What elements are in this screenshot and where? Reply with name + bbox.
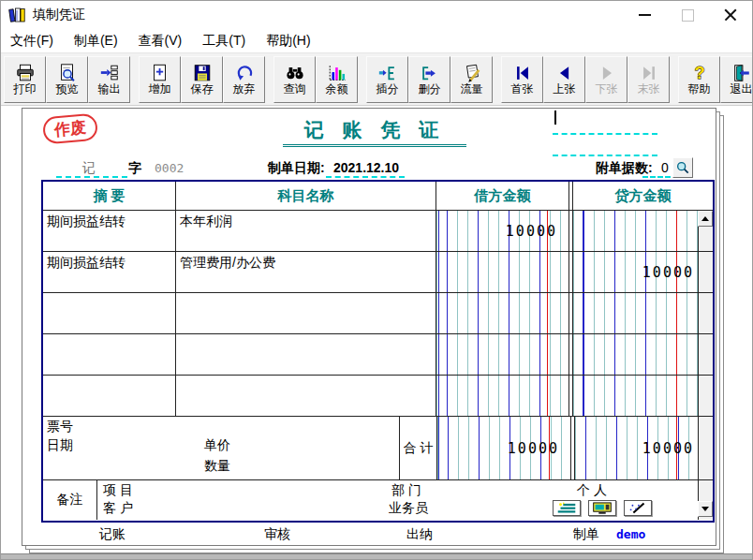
date-value[interactable]: 2021.12.10 bbox=[333, 160, 399, 175]
toolbar: 打印 预览 输出 增加 保存 放弃 bbox=[1, 53, 752, 106]
voucher-word-prefix[interactable]: 记 bbox=[82, 160, 96, 177]
debit-cell[interactable]: 10000 bbox=[436, 211, 568, 251]
add-button[interactable]: 增加 bbox=[139, 56, 181, 103]
maximize-button[interactable] bbox=[666, 1, 709, 29]
help-button[interactable]: ? 帮助 bbox=[678, 56, 720, 103]
exit-button[interactable]: 退出 bbox=[720, 56, 753, 103]
credit-cell[interactable] bbox=[573, 211, 698, 251]
query-button[interactable]: 查询 bbox=[273, 56, 316, 103]
voucher-number[interactable]: 0002 bbox=[155, 161, 184, 175]
debit-cell[interactable] bbox=[436, 252, 568, 292]
work-area: 作废 记 账 凭 证 记 字 0002 制单日期: 2021.12.10 附单据… bbox=[1, 106, 752, 560]
input-line-2[interactable] bbox=[553, 155, 657, 156]
account-cell[interactable] bbox=[175, 293, 436, 333]
last-page-icon bbox=[639, 63, 659, 83]
voucher-word-suffix: 字 bbox=[128, 160, 141, 177]
table-header-row: 摘 要 科目名称 借方金额 贷方金额 bbox=[43, 182, 713, 211]
next-page-icon bbox=[597, 63, 617, 83]
monitor-icon bbox=[591, 502, 613, 514]
scrollbar-track[interactable] bbox=[698, 252, 713, 292]
menu-make-voucher[interactable]: 制单(E) bbox=[74, 33, 118, 50]
debit-cell[interactable] bbox=[436, 334, 568, 375]
help-label: 帮助 bbox=[688, 83, 711, 96]
salesman-label[interactable]: 业务员 bbox=[389, 500, 428, 517]
date-line[interactable] bbox=[326, 176, 405, 178]
insert-entry-button[interactable]: 插分 bbox=[366, 56, 408, 103]
cashier-signature-label: 出纳 bbox=[406, 526, 433, 543]
account-cell[interactable] bbox=[175, 334, 436, 375]
scrollbar-track[interactable] bbox=[698, 334, 713, 375]
preview-label: 预览 bbox=[56, 83, 79, 96]
input-line-1[interactable] bbox=[553, 133, 657, 135]
total-credit-cell: 10000 bbox=[575, 417, 698, 479]
magnifier-icon bbox=[675, 160, 690, 175]
scrollbar-track[interactable] bbox=[698, 417, 713, 479]
magic-wand-icon bbox=[627, 502, 649, 514]
close-button[interactable] bbox=[709, 1, 752, 29]
save-icon bbox=[192, 63, 213, 83]
save-button[interactable]: 保存 bbox=[181, 56, 223, 103]
summary-cell[interactable] bbox=[43, 376, 175, 416]
print-label: 打印 bbox=[14, 83, 37, 96]
account-cell[interactable] bbox=[175, 376, 436, 416]
attachments-label: 附单据数: bbox=[596, 160, 653, 177]
cashflow-button[interactable]: 流量 bbox=[450, 56, 493, 103]
maximize-icon bbox=[682, 9, 694, 22]
summary-cell[interactable] bbox=[43, 334, 175, 375]
menu-tools[interactable]: 工具(T) bbox=[202, 33, 245, 50]
account-cell[interactable]: 管理费用/办公费 bbox=[175, 252, 436, 292]
layers-star-icon bbox=[555, 502, 578, 514]
display-tool-button[interactable] bbox=[588, 500, 616, 516]
save-label: 保存 bbox=[191, 83, 214, 96]
scroll-down-button[interactable] bbox=[698, 501, 713, 517]
account-cell[interactable]: 本年利润 bbox=[175, 211, 436, 251]
delete-entry-button[interactable]: 删分 bbox=[408, 56, 450, 103]
project-tool-button[interactable] bbox=[553, 500, 581, 516]
print-button[interactable]: 打印 bbox=[4, 56, 46, 103]
debit-cell[interactable] bbox=[436, 376, 568, 416]
credit-cell[interactable]: 10000 bbox=[573, 252, 698, 292]
customer-label[interactable]: 客 户 bbox=[103, 500, 133, 517]
project-label[interactable]: 项 目 bbox=[103, 482, 133, 499]
summary-cell[interactable]: 期间损益结转 bbox=[43, 252, 175, 292]
menu-file[interactable]: 文件(F) bbox=[10, 33, 53, 50]
quantity-label: 数量 bbox=[204, 458, 230, 475]
person-label[interactable]: 个 人 bbox=[577, 482, 607, 499]
scrollbar-track[interactable] bbox=[698, 293, 713, 333]
remarks-row: 备注 项 目 客 户 部 门 业务员 个 人 bbox=[43, 480, 713, 520]
preview-icon bbox=[57, 63, 78, 83]
credit-cell[interactable] bbox=[573, 293, 698, 333]
abandon-label: 放弃 bbox=[233, 83, 256, 96]
attachments-count[interactable]: 0 bbox=[661, 160, 669, 175]
balance-chart-icon bbox=[327, 63, 347, 83]
scrollbar-track[interactable] bbox=[698, 376, 713, 416]
voucher-title: 记 账 凭 证 bbox=[283, 117, 466, 147]
header-summary: 摘 要 bbox=[43, 182, 175, 210]
balance-button[interactable]: 余额 bbox=[316, 56, 358, 103]
preview-button[interactable]: 预览 bbox=[46, 56, 88, 103]
voucher-page: 作废 记 账 凭 证 记 字 0002 制单日期: 2021.12.10 附单据… bbox=[22, 108, 716, 546]
attachments-line[interactable] bbox=[642, 176, 671, 178]
bill-info-cell[interactable]: 票号 日期 单价 数量 bbox=[43, 417, 399, 479]
scroll-up-button[interactable] bbox=[698, 211, 713, 227]
credit-cell[interactable] bbox=[573, 376, 698, 416]
menu-view[interactable]: 查看(V) bbox=[139, 33, 183, 50]
prev-page-button[interactable]: 上张 bbox=[543, 56, 585, 103]
title-bar: 填制凭证 bbox=[1, 1, 752, 29]
table-row: 期间损益结转 管理费用/办公费 10000 bbox=[43, 252, 713, 293]
export-button[interactable]: 输出 bbox=[88, 56, 130, 103]
menu-help[interactable]: 帮助(H) bbox=[266, 33, 310, 50]
summary-cell[interactable]: 期间损益结转 bbox=[43, 211, 175, 251]
credit-cell[interactable] bbox=[573, 334, 698, 375]
voucher-word-line[interactable] bbox=[56, 176, 127, 178]
minimize-button[interactable] bbox=[623, 1, 666, 29]
first-page-button[interactable]: 首张 bbox=[501, 56, 543, 103]
wand-tool-button[interactable] bbox=[624, 500, 652, 516]
cashflow-icon bbox=[462, 63, 482, 83]
summary-cell[interactable] bbox=[43, 293, 175, 333]
void-stamp: 作废 bbox=[42, 113, 98, 145]
abandon-button[interactable]: 放弃 bbox=[223, 56, 265, 103]
debit-cell[interactable] bbox=[436, 293, 568, 333]
department-label[interactable]: 部 门 bbox=[391, 482, 421, 499]
attachments-lookup-button[interactable] bbox=[672, 157, 693, 178]
